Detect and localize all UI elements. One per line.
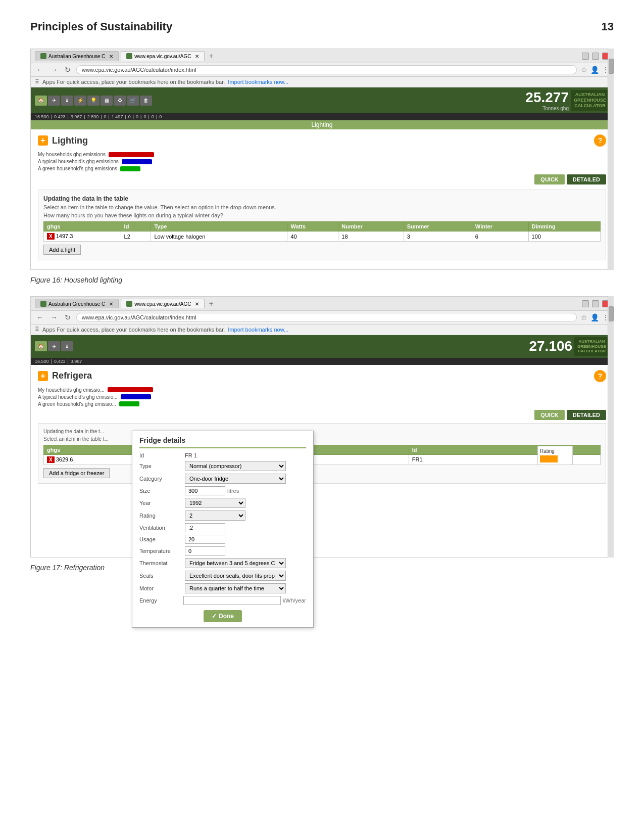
done-btn-label: Done (219, 613, 234, 620)
person-icon-2[interactable]: 👤 (590, 313, 599, 321)
star-icon-2[interactable]: ☆ (581, 313, 587, 321)
expand-btn-1[interactable]: + (38, 135, 48, 146)
tab-close-2a[interactable]: ✕ (109, 301, 113, 307)
agc-icon-house[interactable]: 🏠 (35, 96, 47, 106)
browser-tab-1b[interactable]: www.epa.vic.gov.au/AGC ✕ (121, 51, 205, 61)
fridge-rating-select[interactable]: 2 (185, 511, 245, 521)
star-icon-1[interactable]: ☆ (581, 66, 587, 74)
help-btn-2[interactable]: ? (594, 370, 606, 382)
back-btn-2[interactable]: ← (35, 313, 45, 321)
fridge-seals-select[interactable]: Excellent door seals, door fits properly (185, 571, 286, 581)
agc-icon-elec[interactable]: ⚡ (74, 96, 86, 106)
remove-fridge-btn[interactable]: X (47, 456, 55, 463)
emissions-label-3: A green household's ghg emissions (38, 166, 117, 171)
agc-val-7: 0 (128, 114, 131, 119)
agc-val-4: 2.890 (87, 114, 99, 119)
expand-btn-2[interactable]: + (38, 371, 48, 381)
fridge-motor-select[interactable]: Runs a quarter to half the time (185, 583, 286, 593)
fridge-row-type: Type Normal (compressor) (139, 461, 306, 471)
address-bar-2[interactable]: www.epa.vic.gov.au/AGC/calculator/index.… (76, 313, 577, 322)
emissions-bar-blue-1 (122, 159, 152, 164)
fridge-year-select[interactable]: 1992 (185, 498, 245, 508)
agc-icon-fire[interactable]: ▦ (101, 96, 113, 106)
fridge-type-select[interactable]: Normal (compressor) (185, 461, 286, 471)
add-fridge-btn[interactable]: Add a fridge or freezer (43, 468, 110, 478)
remove-row-1-btn[interactable]: X (47, 233, 55, 240)
fridge-table-row-1[interactable]: X 3629.6 FR1 (44, 454, 601, 465)
agc-val2-3: 3.967 (71, 359, 82, 364)
minimize-btn-1[interactable] (582, 53, 589, 60)
browser-tab-2a[interactable]: Australian Greenhouse C ✕ (35, 299, 119, 308)
agc-total-block-1: 25.277 Tonnes ghg (525, 89, 569, 111)
add-light-btn[interactable]: Add a light (43, 245, 81, 255)
browser-tab-1a[interactable]: Australian Greenhouse C ✕ (35, 51, 119, 61)
forward-btn-1[interactable]: → (49, 66, 59, 74)
toolbar-icons-1: ☆ 👤 ⋮ (581, 66, 609, 74)
fridge-done-btn[interactable]: ✓ Done (204, 610, 242, 622)
person-icon-1[interactable]: 👤 (590, 66, 599, 74)
maximize-btn-1[interactable] (592, 53, 599, 60)
reload-btn-2[interactable]: ↻ (63, 313, 72, 321)
help-btn-1[interactable]: ? (594, 134, 606, 147)
figure-17-caption: Figure 17: Refrigeration (30, 564, 614, 572)
detailed-btn-2[interactable]: DETAILED (567, 410, 606, 420)
back-btn-1[interactable]: ← (35, 66, 45, 74)
rating-sidebar-bar (540, 455, 558, 462)
agc-icon-house-2[interactable]: 🏠 (35, 341, 47, 351)
agc-icon-car[interactable]: ✈ (48, 96, 60, 106)
fridge-category-select[interactable]: One-door fridge (185, 474, 286, 484)
browser-titlebar-2: Australian Greenhouse C ✕ www.epa.vic.go… (31, 297, 613, 311)
emissions-row2-1: My households ghg emissio... (38, 387, 606, 393)
browser-tab-2b[interactable]: www.epa.vic.gov.au/AGC ✕ (121, 299, 205, 308)
agc-icon-water[interactable]: ♻ (114, 96, 126, 106)
scrollbar-2[interactable] (608, 296, 614, 558)
fridge-temperature-input[interactable] (185, 546, 225, 555)
fridge-ventilation-input[interactable] (185, 523, 225, 532)
emissions-bars-2: My households ghg emissio... A typical h… (38, 387, 606, 407)
agc-icon-food[interactable]: 🛒 (127, 96, 139, 106)
agc-icon-temp-2[interactable]: 🌡 (61, 341, 73, 351)
quick-detailed-btns-1: QUICK DETAILED (38, 174, 606, 184)
fridge-energy-input[interactable] (183, 596, 281, 605)
fridge-size-unit: litres (227, 488, 239, 494)
page-number: 13 (602, 20, 614, 33)
quick-btn-1[interactable]: QUICK (534, 174, 564, 184)
address-bar-1[interactable]: www.epa.vic.gov.au/AGC/calculator/index.… (76, 65, 577, 74)
import-bookmarks-link-2[interactable]: Import bookmarks now... (228, 327, 288, 333)
new-tab-btn-2[interactable]: + (207, 299, 215, 308)
forward-btn-2[interactable]: → (49, 313, 59, 321)
col-id: Id (121, 222, 151, 231)
emissions-row2-2: A typical household's ghg emissio... (38, 394, 606, 400)
agc-icon-temp[interactable]: 🌡 (61, 96, 73, 106)
agc-val-5: 0 (104, 114, 107, 119)
fridge-size-input[interactable] (185, 486, 225, 495)
table-row-1[interactable]: X 1497.3 L2 Low voltage halogen 40 18 3 … (44, 231, 601, 242)
detailed-btn-1[interactable]: DETAILED (567, 174, 606, 184)
tab-icon-2b (126, 301, 132, 307)
import-bookmarks-link-1[interactable]: Import bookmarks now... (228, 79, 288, 85)
quick-btn-2[interactable]: QUICK (534, 410, 564, 420)
bookmarks-text-1: Apps For quick access, place your bookma… (42, 79, 225, 85)
agc-icon-car-2[interactable]: ✈ (48, 341, 60, 351)
fridge-row-rating: Rating 2 (139, 511, 306, 521)
agc-icon-light[interactable]: 💡 (87, 96, 100, 106)
tab-close-1a[interactable]: ✕ (109, 54, 113, 59)
cell-id-1: L2 (121, 231, 151, 242)
fridge-row-ventilation: Ventilation (139, 523, 306, 532)
reload-btn-1[interactable]: ↻ (63, 66, 72, 74)
agc-section-title-1: Lighting (31, 120, 613, 129)
bookmarks-bar-1: ⠿ Apps For quick access, place your book… (31, 77, 613, 87)
agc-icon-trash[interactable]: 🗑 (140, 96, 152, 106)
tab-close-1b[interactable]: ✕ (195, 54, 199, 59)
scrollbar-1[interactable] (608, 49, 614, 270)
col-type: Type (151, 222, 287, 231)
fridge-usage-input[interactable] (185, 535, 225, 544)
section-header-2: + Refrigera ? (38, 370, 606, 382)
minimize-btn-2[interactable] (582, 300, 589, 307)
tab-close-2b[interactable]: ✕ (195, 301, 199, 307)
new-tab-btn-1[interactable]: + (207, 52, 215, 61)
fridge-row-usage: Usage (139, 535, 306, 544)
fridge-thermostat-select[interactable]: Fridge between 3 and 5 degrees Celsius (185, 558, 286, 568)
maximize-btn-2[interactable] (592, 300, 599, 307)
bookmarks-icon-2: ⠿ (35, 326, 39, 333)
